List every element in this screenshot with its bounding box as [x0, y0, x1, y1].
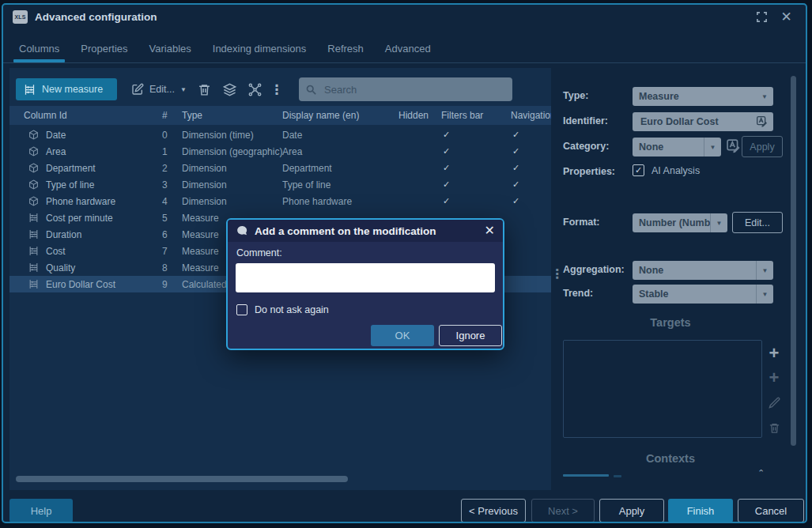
ai-analysis-checkbox[interactable]: ✓ AI Analysis [633, 164, 700, 176]
chevron-up-icon[interactable]: ⌃ [757, 468, 765, 478]
dialog-title: Add a comment on the modification [255, 225, 478, 237]
row-navigation-flag: ✓ [503, 146, 551, 157]
format-dropdown[interactable]: Number (Number) ▼ [633, 213, 727, 232]
format-label: Format: [563, 217, 600, 228]
do-not-ask-again-checkbox[interactable]: Do not ask again [236, 304, 329, 315]
aggregation-dropdown[interactable]: None ▼ [633, 261, 773, 280]
header-display-name[interactable]: Display name (en) [274, 110, 391, 121]
next-button[interactable]: Next > [531, 499, 595, 522]
trash-icon[interactable] [198, 83, 211, 96]
tab-properties[interactable]: Properties [81, 34, 127, 62]
apply-button[interactable]: Apply [599, 499, 664, 522]
identifier-field [633, 112, 773, 131]
window-controls: ✕ [755, 10, 798, 24]
checkbox-icon [236, 304, 247, 315]
row-display-name: Department [274, 163, 391, 174]
row-display-name: Phone hardware [274, 196, 391, 207]
tab-refresh[interactable]: Refresh [327, 34, 364, 62]
identifier-input[interactable] [639, 115, 753, 128]
table-row[interactable]: Date0Dimension (time)Date✓✓ [9, 126, 551, 143]
row-number: 6 [160, 229, 174, 240]
previous-button[interactable]: < Previous [461, 499, 526, 522]
ignore-button[interactable]: Ignore [439, 325, 502, 346]
comment-bubble-icon [236, 224, 248, 237]
header-hidden[interactable]: Hidden [391, 110, 433, 121]
format-edit-button[interactable]: Edit... [732, 212, 783, 233]
row-column-id: Type of line [9, 179, 160, 190]
category-label: Category: [563, 141, 609, 152]
tab-bar: Columns Properties Variables Indexing di… [3, 34, 806, 63]
dialog-close-icon[interactable]: ✕ [485, 224, 495, 237]
type-value: Measure [633, 91, 756, 102]
row-display-name: Type of line [274, 179, 391, 190]
table-row[interactable]: Phone hardware4DimensionPhone hardware✓✓ [9, 193, 551, 209]
header-column-id[interactable]: Column Id [9, 110, 160, 121]
window-title: Advanced configuration [35, 11, 157, 23]
row-column-id: Quality [9, 262, 160, 273]
dialog-titlebar: Add a comment on the modification ✕ [228, 220, 503, 242]
row-column-id: Euro Dollar Cost [9, 279, 160, 290]
new-measure-button[interactable]: New measure [16, 78, 117, 100]
horizontal-scrollbar[interactable] [16, 476, 348, 482]
translate-icon[interactable] [726, 138, 742, 154]
dimension-icon [28, 146, 39, 157]
row-type: Dimension (geographic) [174, 146, 274, 157]
ok-button[interactable]: OK [371, 325, 434, 346]
row-filters-bar-flag: ✓ [433, 146, 503, 157]
row-number: 4 [160, 196, 174, 207]
trend-dropdown[interactable]: Stable ▼ [633, 285, 773, 304]
type-dropdown[interactable]: Measure ▼ [633, 87, 773, 106]
row-column-id: Date [9, 130, 160, 141]
table-row[interactable]: Area1Dimension (geographic)Area✓✓ [9, 143, 551, 160]
translate-icon[interactable] [756, 115, 769, 128]
vertical-scrollbar[interactable] [791, 76, 796, 446]
dimension-icon [28, 130, 39, 140]
row-number: 1 [160, 146, 174, 157]
header-navigation[interactable]: Navigation [503, 110, 551, 121]
table-row[interactable]: Department2DimensionDepartment✓✓ [9, 160, 551, 176]
tab-columns[interactable]: Columns [19, 34, 59, 62]
aggregation-value: None [633, 265, 756, 276]
help-button[interactable]: Help [9, 499, 73, 522]
targets-list[interactable] [563, 340, 762, 438]
row-column-id: Area [9, 146, 160, 157]
hierarchy-icon[interactable] [248, 83, 262, 96]
dimension-icon [28, 196, 39, 206]
category-dropdown[interactable]: None ▼ [633, 138, 721, 157]
header-type[interactable]: Type [174, 110, 274, 121]
add-target-icon[interactable]: + [765, 345, 783, 362]
do-not-ask-again-label: Do not ask again [255, 304, 329, 315]
contexts-partial-row [563, 474, 609, 477]
tab-indexing-dimensions[interactable]: Indexing dimensions [213, 34, 307, 62]
table-row[interactable]: Type of line3DimensionType of line✓✓ [9, 176, 551, 193]
tab-variables[interactable]: Variables [149, 34, 191, 62]
edit-button[interactable]: Edit... ▼ [128, 78, 190, 100]
row-display-name: Area [274, 146, 391, 157]
category-apply-button[interactable]: Apply [742, 136, 783, 157]
add-secondary-target-icon[interactable]: + [765, 369, 783, 387]
row-filters-bar-flag: ✓ [433, 130, 503, 140]
ai-analysis-label: AI Analysis [651, 165, 700, 176]
search-input[interactable] [323, 83, 506, 96]
cancel-button[interactable]: Cancel [738, 499, 804, 522]
finish-button[interactable]: Finish [668, 499, 733, 522]
fullscreen-icon[interactable] [755, 10, 769, 24]
header-number[interactable]: # [160, 110, 174, 121]
edit-target-icon[interactable] [765, 394, 783, 412]
layers-icon[interactable] [223, 83, 236, 96]
row-number: 5 [160, 213, 174, 224]
close-icon[interactable]: ✕ [780, 10, 793, 24]
row-filters-bar-flag: ✓ [433, 179, 503, 190]
comment-input[interactable] [236, 263, 495, 292]
checkbox-check: ✓ [635, 165, 642, 175]
more-options-icon[interactable]: ⋮ [272, 79, 281, 100]
checkbox-icon: ✓ [633, 164, 644, 176]
tab-advanced[interactable]: Advanced [385, 34, 431, 62]
contexts-partial-row [614, 475, 621, 477]
advanced-configuration-window: XLS Advanced configuration ✕ Columns Pro… [0, 0, 812, 528]
row-column-id: Cost [9, 246, 160, 257]
header-filters-bar[interactable]: Filters bar [433, 110, 503, 121]
row-navigation-flag: ✓ [503, 163, 551, 173]
delete-target-icon[interactable] [765, 419, 783, 436]
category-value: None [633, 141, 704, 153]
